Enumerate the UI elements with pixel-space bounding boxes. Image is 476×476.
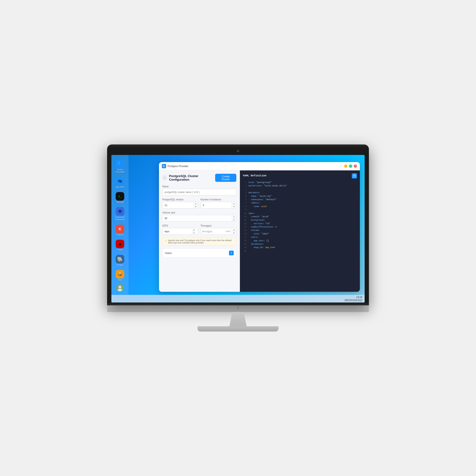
time-display: 14:16 — [345, 296, 362, 299]
maximize-button[interactable]: □ — [349, 165, 352, 168]
name-label: Name — [162, 185, 236, 188]
yaml-line-7: 7 labels: — [243, 201, 357, 205]
iops-col: IOPS iops ▲ ▼ — [162, 224, 198, 235]
yaml-line-2: 2 apiVersion: "acid.zalan.do/v1" — [243, 184, 357, 187]
instances-down[interactable]: ▼ — [232, 205, 236, 208]
pg-version-spinner[interactable]: 11 ▲ ▼ — [162, 202, 198, 208]
pg-version-down[interactable]: ▼ — [194, 205, 198, 208]
throughput-down[interactable]: ▼ — [232, 231, 236, 234]
yaml-line-15: 15 volume: — [243, 229, 357, 232]
app-store-label: App Store — [116, 186, 124, 188]
modal-title: Postgres Provider — [168, 165, 340, 168]
postgre-icon: 🐘 — [116, 255, 124, 263]
instances-spinner[interactable]: 2 ▲ ▼ — [201, 202, 237, 208]
volume-spinner-btns: ▲ ▼ — [232, 215, 236, 221]
close-button[interactable]: × — [354, 165, 357, 168]
instances-up[interactable]: ▲ — [232, 202, 236, 205]
throughput-col: Througput througput MB/s ▲ ▼ — [201, 224, 237, 235]
yaml-line-17: 17 users: — [243, 236, 357, 239]
imac-stand-base — [198, 326, 278, 332]
sidebar-item-infra[interactable]: 📦 Infra — [113, 269, 127, 282]
sidebar-item-app-store[interactable]: 🛍 App Store — [113, 176, 127, 189]
imac-stand-neck — [224, 312, 252, 326]
yaml-line-8: 8 team: acid — [243, 205, 357, 208]
pg-version-up[interactable]: ▲ — [194, 202, 198, 205]
yaml-content: 1 kind: "postgresql" 2 apiVersion: "acid… — [243, 181, 357, 253]
pg-version-value: 11 — [163, 203, 193, 207]
yaml-line-21: 21 ... — [243, 249, 357, 253]
minimize-button[interactable]: − — [344, 165, 347, 168]
yaml-line-16: 16 size: "10Gi" — [243, 232, 357, 236]
create-cluster-button[interactable]: Create Cluster — [215, 174, 236, 182]
kubernetes-icon: ⚙ — [116, 207, 124, 216]
modal-app-icon: 🐘 — [162, 164, 166, 168]
throughput-value: througput — [201, 230, 225, 233]
throughput-up[interactable]: ▲ — [232, 228, 236, 231]
sidebar-item-postgre[interactable]: 🐘 Postgre — [113, 254, 127, 267]
users-section: Users + — [162, 249, 236, 257]
postgre-label: Postgre — [117, 264, 123, 266]
kuboard-icon: K — [116, 225, 124, 233]
config-panel: ← PostgreSQL Cluster Configuration Creat… — [159, 170, 240, 292]
sealos-document-label: SealosDocument — [116, 169, 124, 173]
volume-label: Volume size — [162, 211, 236, 214]
info-icon: ⚠ — [165, 239, 167, 242]
version-instances-row: PostgreSQL version 11 ▲ ▼ — [162, 198, 236, 208]
add-user-button[interactable]: + — [229, 251, 234, 255]
iops-select[interactable]: iops ▲ ▼ — [162, 228, 198, 235]
name-form-group: Name — [162, 185, 236, 195]
yaml-copy-button[interactable] — [352, 173, 357, 178]
infra-label: Infra — [118, 279, 122, 281]
info-text: Specify Iops and Throughput only if you … — [168, 239, 234, 244]
imac-chin:  — [107, 305, 369, 312]
config-header: ← PostgreSQL Cluster Configuration Creat… — [162, 174, 236, 182]
name-input[interactable] — [162, 189, 236, 195]
yaml-line-18: 18 app_user: [] — [243, 239, 357, 242]
yaml-line-14: 14 numberOfInstances: 2 — [243, 225, 357, 229]
volume-spinner[interactable]: 32 ▲ ▼ — [162, 215, 236, 221]
throughput-input-group: througput MB/s ▲ ▼ — [201, 228, 237, 235]
yaml-line-20: 20 napp_db: app_user — [243, 246, 357, 249]
yaml-panel: YAML Definition — [240, 170, 360, 292]
sidebar-item-terminal[interactable]: >_ Terminal — [113, 191, 127, 204]
kubernetes-label: KubernetesDashboard — [115, 216, 125, 221]
instances-col: Number of instance 2 ▲ ▼ — [201, 198, 237, 208]
pg-version-col: PostgreSQL version 11 ▲ ▼ — [162, 198, 198, 208]
page-title: PostgreSQL Cluster Configuration — [169, 174, 215, 181]
throughput-unit: MB/s — [224, 230, 232, 233]
back-button[interactable]: ← — [162, 175, 167, 180]
yaml-line-10: 10 spec: — [243, 212, 357, 215]
iops-up[interactable]: ▲ — [192, 228, 196, 231]
instances-spinner-btns: ▲ ▼ — [232, 202, 236, 208]
yaml-line-19: 19 databases: — [243, 242, 357, 246]
user-avatar[interactable] — [116, 284, 124, 291]
modal-help-icon[interactable]: ? — [340, 165, 342, 167]
volume-up[interactable]: ▲ — [232, 215, 236, 218]
volume-down[interactable]: ▼ — [232, 218, 236, 221]
sidebar-item-kubernetes[interactable]: ⚙ KubernetesDashboard — [113, 206, 127, 221]
desktop-background: 🔷 SealosDocument 🛍 App Store >_ Terminal… — [111, 155, 365, 303]
pg-version-label: PostgreSQL version — [162, 198, 198, 201]
instances-label: Number of instance — [201, 198, 237, 201]
volume-value: 32 — [163, 216, 232, 221]
imac-screen-shell: 🔷 SealosDocument 🛍 App Store >_ Terminal… — [107, 144, 369, 305]
sidebar-item-kuboard[interactable]: K Kuboard — [113, 224, 127, 237]
yaml-line-6: 6 namespace: "default" — [243, 198, 357, 201]
sidebar-item-sealos-document[interactable]: 🔷 SealosDocument — [113, 158, 127, 174]
taskbar: 14:16 2022年10月31日 — [111, 295, 365, 303]
iops-down[interactable]: ▼ — [192, 232, 196, 235]
camera — [237, 150, 239, 152]
sidebar: 🔷 SealosDocument 🛍 App Store >_ Terminal… — [111, 155, 129, 295]
yaml-line-3: 3 — [243, 188, 357, 191]
yaml-line-9: 9 — [243, 208, 357, 212]
sealos-document-icon: 🔷 — [116, 159, 124, 168]
date-display: 2022年10月31日 — [345, 299, 362, 302]
svg-rect-3 — [353, 175, 355, 177]
yaml-line-1: 1 kind: "postgresql" — [243, 181, 357, 184]
throughput-spinner-btns: ▲ ▼ — [232, 228, 236, 234]
yaml-header: YAML Definition — [243, 173, 357, 178]
yaml-title: YAML Definition — [243, 174, 266, 178]
pg-version-spinner-btns: ▲ ▼ — [193, 202, 198, 208]
sidebar-item-redis[interactable]: ● Redis — [113, 239, 127, 252]
yaml-line-4: 4 metadata: — [243, 191, 357, 194]
